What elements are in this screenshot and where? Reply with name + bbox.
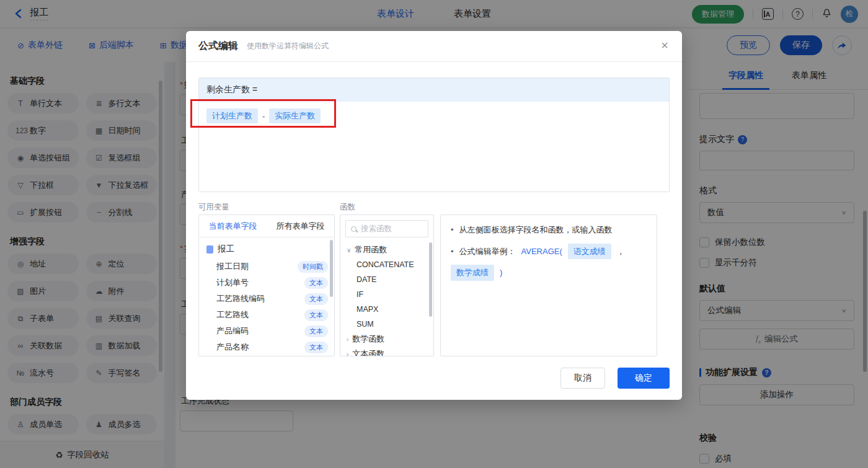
variables-label: 可用变量 [198, 202, 229, 213]
formula-target: 剩余生产数 = [199, 78, 669, 102]
example-function-close: ) [500, 267, 502, 279]
variable-item[interactable]: 工艺路线编码 文本 [199, 291, 334, 307]
formula-token-planned[interactable]: 计划生产数 [206, 108, 258, 123]
search-placeholder: 搜索函数 [361, 224, 392, 234]
tab-current-form-fields[interactable]: 当前表单字段 [199, 215, 267, 237]
function-item[interactable]: CONCATENATE [340, 257, 433, 272]
example-function: AVERAGE( [521, 245, 562, 258]
function-item[interactable]: SUM [340, 317, 433, 332]
functions-label: 函数 [340, 202, 355, 213]
type-badge: 文本 [304, 293, 328, 305]
type-badge: 文本 [304, 342, 328, 353]
functions-scrollbar[interactable] [429, 242, 432, 317]
formula-token-actual[interactable]: 实际生产数 [269, 108, 321, 123]
variables-panel: 当前表单字段 所有表单字段 报工 报工日期 时间戳 计划单号 文本 工艺路线编码… [198, 214, 335, 356]
bullet: • [451, 224, 454, 236]
variable-item[interactable]: 产品名称 文本 [199, 339, 334, 355]
chevron-right-icon: › [347, 336, 348, 343]
functions-panel: 搜索函数 ∨ 常用函数 CONCATENATE DATE IF MAPX SUM… [340, 214, 434, 356]
function-group-text[interactable]: › 文本函数 [340, 347, 433, 356]
help-text-1: 从左侧面板选择字段名和函数，或输入函数 [459, 224, 613, 236]
variable-item[interactable]: 报工日期 时间戳 [199, 258, 334, 275]
type-badge: 文本 [304, 309, 328, 321]
cancel-button[interactable]: 取消 [560, 368, 605, 389]
help-panel: • 从左侧面板选择字段名和函数，或输入函数 • 公式编辑举例： AVERAGE(… [440, 214, 657, 356]
close-icon[interactable]: × [661, 38, 668, 53]
type-badge: 文本 [304, 325, 328, 337]
function-item[interactable]: IF [340, 287, 433, 302]
form-tree-root[interactable]: 报工 [199, 240, 334, 258]
type-badge: 文本 [304, 277, 328, 289]
help-text-2: 公式编辑举例： [459, 245, 516, 258]
modal-subtitle: 使用数学运算符编辑公式 [247, 41, 329, 51]
variable-item[interactable]: 工艺路线 文本 [199, 307, 334, 323]
formula-editor-area[interactable]: 剩余生产数 = 计划生产数 - 实际生产数 [198, 77, 670, 192]
search-icon [351, 226, 356, 232]
function-group-common[interactable]: ∨ 常用函数 [340, 242, 433, 257]
confirm-button[interactable]: 确定 [618, 368, 670, 389]
chevron-down-icon: ∨ [347, 247, 351, 254]
variables-scrollbar[interactable] [330, 240, 333, 297]
example-comma: ， [617, 245, 625, 258]
type-badge: 时间戳 [298, 261, 328, 273]
function-group-math[interactable]: › 数学函数 [340, 332, 433, 347]
function-item[interactable]: DATE [340, 272, 433, 287]
tab-all-form-fields[interactable]: 所有表单字段 [267, 215, 334, 237]
variable-item[interactable]: 产品编码 文本 [199, 323, 334, 339]
bullet: • [451, 245, 454, 258]
form-icon [206, 245, 213, 254]
modal-title: 公式编辑 [198, 40, 238, 53]
variable-item[interactable]: 计划单号 文本 [199, 275, 334, 291]
chevron-right-icon: › [347, 351, 348, 357]
example-arg-chip: 语文成绩 [568, 244, 611, 260]
formula-editor-modal: 公式编辑 使用数学运算符编辑公式 × 剩余生产数 = 计划生产数 - 实际生产数… [186, 31, 682, 400]
function-item[interactable]: MAPX [340, 302, 433, 317]
function-search-input[interactable]: 搜索函数 [345, 220, 428, 237]
example-arg-chip: 数学成绩 [451, 265, 494, 281]
formula-operator: - [262, 112, 265, 121]
